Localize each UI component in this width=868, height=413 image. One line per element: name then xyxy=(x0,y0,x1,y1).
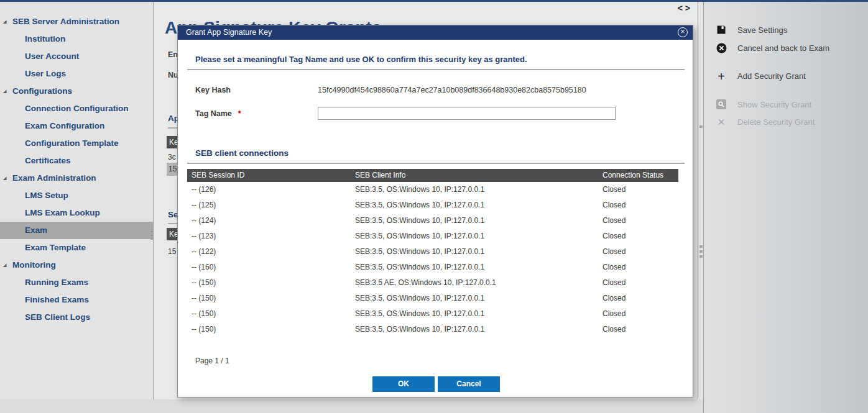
divider xyxy=(187,69,685,70)
client-info-cell: SEB:3.5, OS:Windows 10, IP:127.0.0.1 xyxy=(355,213,603,229)
scrollbar-thumb[interactable] xyxy=(699,250,703,253)
table-row[interactable]: -- (125) SEB:3.5, OS:Windows 10, IP:127.… xyxy=(187,197,678,213)
dialog-title: Grant App Signature Key xyxy=(186,25,272,40)
table-body: -- (126) SEB:3.5, OS:Windows 10, IP:127.… xyxy=(187,182,678,337)
bg-fragment-table-header: Ke xyxy=(167,136,177,148)
tag-name-input[interactable] xyxy=(318,107,616,120)
sidebar-item[interactable]: ◢ Running Exams xyxy=(0,274,153,291)
cancel-button[interactable]: Cancel xyxy=(438,376,500,392)
sidebar-item[interactable]: ◢ Configuration Template xyxy=(0,135,153,152)
table-row[interactable]: -- (150) SEB:3.5, OS:Windows 10, IP:127.… xyxy=(187,306,678,322)
bg-fragment-label: Nu xyxy=(168,71,177,79)
tree-expand-icon[interactable]: ◢ xyxy=(3,256,6,274)
sidebar-scrollbar-thumb[interactable] xyxy=(150,231,154,232)
divider xyxy=(187,163,685,164)
sidebar-item[interactable]: ◢ User Account xyxy=(0,48,153,65)
grant-app-signature-key-dialog: Grant App Signature Key ✕ Please set a m… xyxy=(177,25,693,397)
table-row[interactable]: -- (160) SEB:3.5, OS:Windows 10, IP:127.… xyxy=(187,260,678,275)
client-info-cell: SEB:3.5, OS:Windows 10, IP:127.0.0.1 xyxy=(355,291,603,306)
sidebar-item-label: LMS Setup xyxy=(25,191,68,200)
tree-expand-icon[interactable]: ◢ xyxy=(3,83,6,100)
sidebar-item[interactable]: ◢ Finished Exams xyxy=(0,291,153,309)
column-header: Connection Status xyxy=(603,169,678,182)
sidebar-item[interactable]: ◢ Institution xyxy=(0,30,153,48)
action-panel: Save Settings Cancel and back to Exam + … xyxy=(703,2,868,413)
table-row[interactable]: -- (122) SEB:3.5, OS:Windows 10, IP:127.… xyxy=(187,244,678,260)
scrollbar-thumb[interactable] xyxy=(699,245,703,248)
action-label: Save Settings xyxy=(737,25,787,35)
sidebar-item[interactable]: ◢ Exam Administration xyxy=(0,170,153,187)
table-header-row: SEB Session ID SEB Client Info Connectio… xyxy=(187,169,678,182)
connection-status-cell: Closed xyxy=(603,213,678,229)
sidebar-item-label: Connection Configuration xyxy=(25,104,128,113)
sidebar-item-label: User Account xyxy=(25,52,79,61)
history-nav-arrows[interactable]: <> xyxy=(678,3,693,13)
connection-status-cell: Closed xyxy=(603,229,678,244)
content-scrollbar[interactable] xyxy=(698,2,703,399)
table-row[interactable]: -- (150) SEB:3.5 AE, OS:Windows 10, IP:1… xyxy=(187,275,678,291)
bg-fragment-selected-row: 15 xyxy=(167,163,177,176)
action-save-settings[interactable]: Save Settings xyxy=(704,22,868,39)
sidebar-item[interactable]: ◢ Monitoring xyxy=(0,256,153,274)
connection-status-cell: Closed xyxy=(603,322,678,337)
connection-status-cell: Closed xyxy=(603,260,678,275)
sidebar-item[interactable]: ◢ Exam Template xyxy=(0,239,153,256)
sidebar-item-label: Exam Administration xyxy=(12,173,96,183)
client-info-cell: SEB:3.5, OS:Windows 10, IP:127.0.0.1 xyxy=(355,306,603,322)
cancel-circle-icon xyxy=(716,43,727,54)
table-row[interactable]: -- (126) SEB:3.5, OS:Windows 10, IP:127.… xyxy=(187,182,678,197)
action-show-security-grant: Show Security Grant xyxy=(704,97,868,113)
forward-arrow-icon[interactable]: > xyxy=(685,3,693,13)
bg-fragment-row: 15 xyxy=(168,247,177,256)
sidebar-item-label: Running Exams xyxy=(25,278,88,287)
sidebar-item[interactable]: ◢ SEB Server Administration xyxy=(0,13,153,30)
connection-status-cell: Closed xyxy=(603,275,678,291)
dialog-header[interactable]: Grant App Signature Key ✕ xyxy=(178,25,693,40)
bg-fragment-rule xyxy=(168,127,177,129)
sidebar-item-label: SEB Client Logs xyxy=(25,312,90,322)
sidebar-item[interactable]: ◢ LMS Exam Lookup xyxy=(0,204,153,222)
sidebar-item[interactable]: ◢ LMS Setup xyxy=(0,187,153,204)
tree-expand-icon[interactable]: ◢ xyxy=(3,170,6,187)
sidebar-item[interactable]: ◢ SEB Client Logs xyxy=(0,309,153,326)
scrollbar-thumb[interactable] xyxy=(699,255,703,258)
column-header: SEB Session ID xyxy=(187,169,355,182)
bg-fragment-rule xyxy=(168,223,177,224)
client-info-cell: SEB:3.5, OS:Windows 10, IP:127.0.0.1 xyxy=(355,322,603,337)
section-title: SEB client connections xyxy=(195,148,289,158)
key-hash-label: Key Hash xyxy=(195,86,231,94)
ok-button[interactable]: OK xyxy=(372,376,435,392)
sidebar-scrollbar-thumb[interactable] xyxy=(150,235,154,236)
tag-name-label: Tag Name* xyxy=(195,109,241,118)
close-icon[interactable]: ✕ xyxy=(678,27,688,37)
sidebar-item[interactable]: ◢ Exam Configuration xyxy=(0,117,153,135)
footer-bar xyxy=(0,399,703,413)
table-row[interactable]: -- (123) SEB:3.5, OS:Windows 10, IP:127.… xyxy=(187,229,678,244)
sidebar-item[interactable]: ◢ Configurations xyxy=(0,83,153,100)
plus-icon: + xyxy=(716,71,727,82)
sidebar-item[interactable]: ◢ Exam xyxy=(0,222,153,239)
bg-fragment-table-header: Ke xyxy=(167,228,177,240)
table-row[interactable]: -- (124) SEB:3.5, OS:Windows 10, IP:127.… xyxy=(187,213,678,229)
sidebar-item[interactable]: ◢ Certificates xyxy=(0,152,153,170)
table-row[interactable]: -- (150) SEB:3.5, OS:Windows 10, IP:127.… xyxy=(187,322,678,337)
sidebar-item[interactable]: ◢ Connection Configuration xyxy=(0,100,153,117)
session-id-cell: -- (150) xyxy=(187,306,355,322)
sidebar-item[interactable]: ◢ User Logs xyxy=(0,65,153,83)
scrollbar-thumb[interactable] xyxy=(699,125,703,128)
sidebar-item-label: Certificates xyxy=(25,156,71,165)
action-label: Delete Security Grant xyxy=(737,117,815,127)
back-arrow-icon[interactable]: < xyxy=(678,3,685,13)
sidebar-item-label: Exam Template xyxy=(25,243,86,252)
action-cancel-back[interactable]: Cancel and back to Exam xyxy=(704,40,868,57)
tree-expand-icon[interactable]: ◢ xyxy=(3,13,6,30)
action-add-security-grant[interactable]: + Add Security Grant xyxy=(704,68,868,84)
pagination-label: Page 1 / 1 xyxy=(195,356,229,365)
sidebar-item-label: Exam Configuration xyxy=(25,121,104,130)
sidebar-item-label: SEB Server Administration xyxy=(12,17,119,26)
action-delete-security-grant: ✕ Delete Security Grant xyxy=(704,114,868,130)
table-row[interactable]: -- (150) SEB:3.5, OS:Windows 10, IP:127.… xyxy=(187,291,678,306)
sidebar-scrollbar-thumb[interactable] xyxy=(150,238,154,240)
sidebar-item-label: Monitoring xyxy=(12,260,56,270)
session-id-cell: -- (125) xyxy=(187,197,355,213)
